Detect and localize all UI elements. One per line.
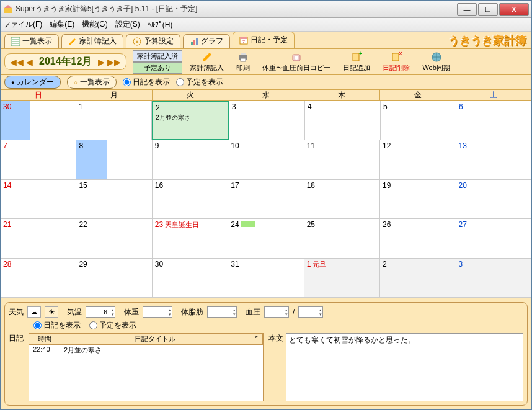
cal-cell[interactable]: 13	[456, 140, 531, 179]
sync-button[interactable]: Web同期	[417, 50, 454, 74]
show-schedule-radio[interactable]: 予定を表示	[176, 77, 223, 87]
entry-button[interactable]: 家計簿記入	[185, 50, 229, 74]
prev-year-button[interactable]: ◀◀	[9, 57, 25, 67]
temp-label: 気温	[67, 307, 82, 318]
tab-budget[interactable]: ¥ 予算設定	[126, 34, 180, 48]
holiday-label: 元旦	[313, 261, 326, 268]
cal-cell[interactable]: 21	[1, 219, 76, 258]
cal-cell[interactable]: 17	[228, 180, 304, 219]
next-month-button[interactable]: ▶	[97, 57, 106, 67]
fat-input[interactable]	[207, 306, 237, 318]
bp-sys-input[interactable]	[264, 306, 289, 318]
weather-sunny-button[interactable]: ☀	[45, 306, 58, 318]
temp-input[interactable]: 6	[86, 306, 115, 318]
tab-entry[interactable]: 家計簿記入	[61, 34, 123, 48]
calendar-view-button[interactable]: ●カレンダー	[4, 76, 61, 89]
panel-show-schedule-radio[interactable]: 予定を表示	[89, 320, 136, 331]
menu-help[interactable]: ﾍﾙﾌﾟ(H)	[148, 20, 173, 29]
window-title: Superうきうき家計簿5[うきうき子] 5.11 - [日記・予定]	[16, 4, 457, 14]
delete-diary-button[interactable]: × 日記削除	[378, 50, 415, 74]
cal-cell[interactable]: 26	[380, 219, 456, 258]
menu-func[interactable]: 機能(G)	[82, 19, 107, 30]
copy-button[interactable]: 体重〜血圧前日コピー	[257, 50, 335, 74]
print-button[interactable]: 印刷	[231, 50, 255, 74]
cal-cell[interactable]: 19	[380, 180, 456, 219]
cal-cell[interactable]: 10	[228, 140, 304, 179]
cal-cell[interactable]: 23 天皇誕生日	[153, 219, 228, 258]
col-title: 日記タイトル	[60, 334, 250, 344]
list-icon	[11, 37, 20, 46]
prev-month-button[interactable]: ◀	[25, 57, 34, 67]
cal-cell[interactable]: 7	[1, 140, 76, 179]
tab-graph[interactable]: グラフ	[183, 34, 230, 48]
tab-budget-label: 予算設定	[144, 36, 174, 47]
pencil-icon	[68, 37, 77, 46]
cal-cell[interactable]: 5	[381, 101, 456, 140]
diary-area: 日記 時間 日記タイトル * 22:40 2月並の寒さ	[9, 333, 523, 401]
weekday-thu: 木	[304, 90, 380, 100]
calendar-icon: 7	[239, 36, 248, 45]
bp-slash: /	[293, 308, 295, 316]
svg-text:¥: ¥	[135, 38, 139, 45]
toolbar: ◀◀ ◀ 2014年12月 ▶ ▶▶ 家計簿記入済 予定あり 家計簿記入 印刷 …	[1, 49, 531, 75]
weather-cloudy-button[interactable]: ☁	[27, 306, 41, 318]
cal-cell[interactable]: 27	[456, 219, 531, 258]
weekday-sun: 日	[1, 90, 76, 100]
bp-label: 血圧	[246, 307, 260, 318]
minimize-button[interactable]: —	[457, 3, 477, 16]
weekday-sat: 土	[456, 90, 531, 100]
panel-show-diary-radio[interactable]: 日記を表示	[33, 320, 81, 331]
cal-cell[interactable]: 30	[1, 101, 76, 140]
tab-list[interactable]: 一覧表示	[4, 34, 59, 48]
weight-input[interactable]	[143, 306, 172, 318]
cal-cell[interactable]: 1 元旦	[304, 259, 380, 298]
cal-cell[interactable]: 8	[76, 140, 152, 179]
bp-dia-input[interactable]	[298, 306, 323, 318]
diary-body-section: 本文	[268, 333, 523, 401]
delete-diary-label: 日記削除	[383, 63, 410, 73]
cal-cell[interactable]: 3	[456, 259, 531, 298]
cal-cell[interactable]: 28	[1, 259, 76, 298]
body-textarea[interactable]	[286, 333, 523, 401]
menu-settings[interactable]: 設定(S)	[115, 19, 140, 30]
cal-cell[interactable]: 18	[304, 180, 380, 219]
weather-label: 天気	[9, 307, 24, 318]
cal-cell[interactable]: 31	[228, 259, 304, 298]
tabbar: 一覧表示 家計簿記入 ¥ 予算設定 グラフ 7 日記・予定 うきうき家計簿	[1, 32, 531, 49]
cal-cell[interactable]: 20	[456, 180, 531, 219]
cal-cell[interactable]: 22	[76, 219, 152, 258]
maximize-button[interactable]: ☐	[478, 3, 498, 16]
list-view-button[interactable]: ○一覧表示	[67, 76, 116, 89]
cal-cell[interactable]: 1	[76, 101, 152, 140]
cal-cell[interactable]: 4	[305, 101, 381, 140]
cal-cell[interactable]: 2	[380, 259, 456, 298]
cal-cell[interactable]: 24	[228, 219, 304, 258]
cal-cell[interactable]: 16	[153, 180, 228, 219]
cal-cell[interactable]: 6	[456, 101, 531, 140]
show-diary-radio[interactable]: 日記を表示	[123, 77, 170, 87]
add-diary-button[interactable]: + 日記追加	[338, 50, 375, 74]
cal-cell-selected[interactable]: 22月並の寒さ	[152, 101, 229, 140]
next-year-button[interactable]: ▶▶	[106, 57, 122, 67]
cal-cell[interactable]: 9	[153, 140, 228, 179]
diary-row[interactable]: 22:40 2月並の寒さ	[29, 345, 263, 355]
cal-cell[interactable]: 14	[1, 180, 76, 219]
svg-rect-11	[196, 38, 198, 45]
titlebar: Superうきうき家計簿5[うきうき子] 5.11 - [日記・予定] — ☐ …	[1, 1, 531, 18]
diary-thead: 時間 日記タイトル *	[29, 334, 263, 345]
menu-edit[interactable]: 編集(E)	[50, 19, 74, 30]
cal-cell[interactable]: 30	[153, 259, 228, 298]
weight-label: 体重	[124, 307, 139, 318]
cal-cell[interactable]: 11	[304, 140, 380, 179]
svg-rect-23	[392, 53, 399, 61]
menu-file[interactable]: ファイル(F)	[3, 19, 42, 30]
cal-cell[interactable]: 29	[76, 259, 152, 298]
cal-cell[interactable]: 12	[380, 140, 456, 179]
close-button[interactable]: X	[499, 3, 529, 16]
tab-diary[interactable]: 7 日記・予定	[233, 32, 295, 48]
cal-cell[interactable]: 3	[229, 101, 305, 140]
cal-cell[interactable]: 25	[304, 219, 380, 258]
cal-cell[interactable]: 15	[76, 180, 152, 219]
diary-radio-row: 日記を表示 予定を表示	[33, 320, 523, 331]
svg-point-20	[295, 56, 298, 60]
